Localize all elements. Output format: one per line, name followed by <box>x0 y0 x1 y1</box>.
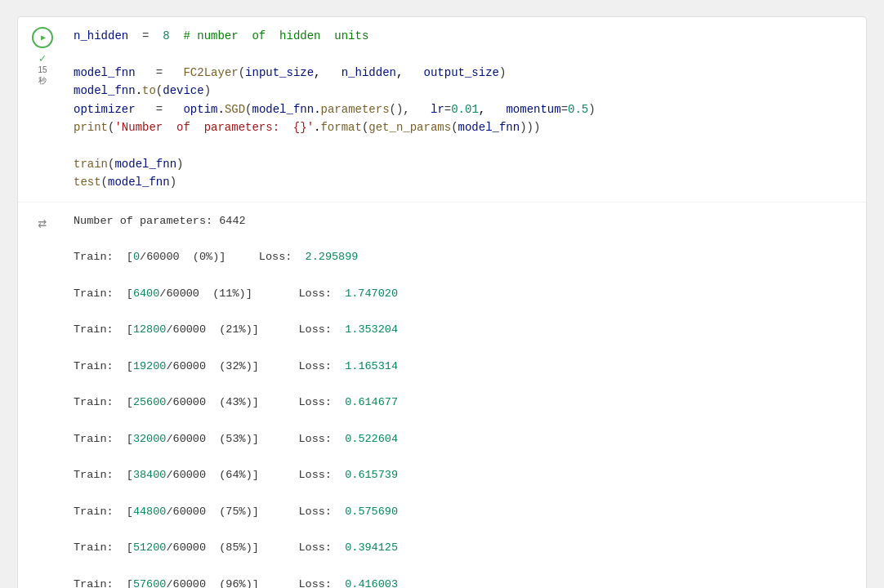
cell-gutter: ✓ 15秒 <box>18 17 67 202</box>
train-line-9: Train: [57600/60000 (96%)] Loss: 0.41600… <box>74 576 853 588</box>
output-content: Number of parameters: 6442 Train: [0/600… <box>67 203 866 588</box>
check-icon: ✓ <box>39 53 46 65</box>
train-line-4: Train: [25600/60000 (43%)] Loss: 0.61467… <box>74 394 853 412</box>
run-button[interactable] <box>32 27 53 48</box>
train-line-2: Train: [12800/60000 (21%)] Loss: 1.35320… <box>74 321 853 339</box>
train-line-0: Train: [0/60000 (0%)] Loss: 2.295899 <box>74 248 853 266</box>
train-line-6: Train: [38400/60000 (64%)] Loss: 0.61573… <box>74 466 853 484</box>
train-line-7: Train: [44800/60000 (75%)] Loss: 0.57569… <box>74 503 853 521</box>
output-icon: ⇄ <box>38 214 47 232</box>
train-line-5: Train: [32000/60000 (53%)] Loss: 0.52260… <box>74 430 853 448</box>
train-line-3: Train: [19200/60000 (32%)] Loss: 1.16531… <box>74 358 853 376</box>
output-gutter: ⇄ <box>18 203 67 588</box>
execution-time: 15秒 <box>38 65 47 86</box>
cell-output: ⇄ Number of parameters: 6442 Train: [0/6… <box>18 203 866 588</box>
cell-input: ✓ 15秒 n_hidden = 8 # number of hidden un… <box>18 17 866 203</box>
cell-code[interactable]: n_hidden = 8 # number of hidden units mo… <box>67 17 866 202</box>
params-output-line: Number of parameters: 6442 <box>74 212 853 230</box>
notebook-cell: ✓ 15秒 n_hidden = 8 # number of hidden un… <box>17 16 867 588</box>
cell-status: ✓ 15秒 <box>38 53 47 86</box>
train-line-8: Train: [51200/60000 (85%)] Loss: 0.39412… <box>74 539 853 557</box>
train-line-1: Train: [6400/60000 (11%)] Loss: 1.747020 <box>74 285 853 303</box>
